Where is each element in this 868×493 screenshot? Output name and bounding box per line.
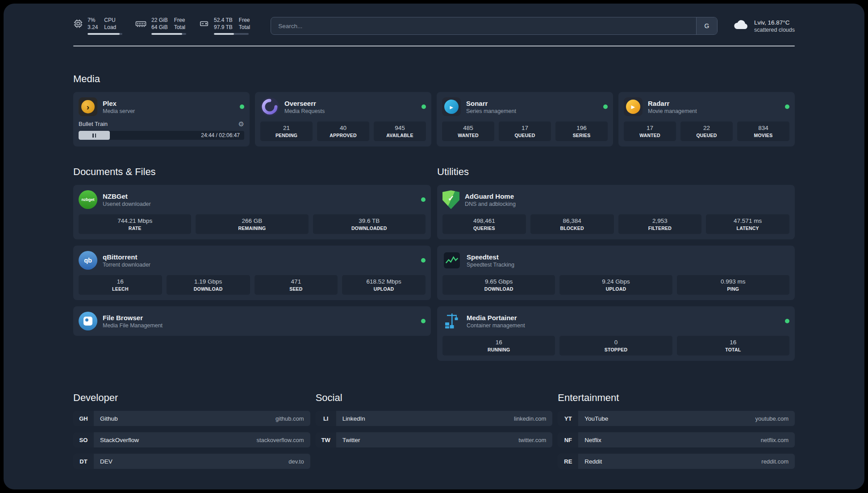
app-card-sonarr[interactable]: ▸ Sonarr Series management 485 WANTED 17 [437,92,613,146]
app-card-overseerr[interactable]: Overseerr Media Requests 21 PENDING 40 A… [255,92,431,146]
app-title-adguard: AdGuard Home [465,192,516,200]
stat-series: 196 SERIES [555,121,608,141]
bookmark-dev[interactable]: DT DEVdev.to [73,454,310,469]
sonarr-arrow-icon: ▸ [444,100,459,114]
plex-chevron-icon: › [81,100,95,113]
topbar-divider [73,46,795,46]
disk-labels: Free Total [239,17,250,31]
app-title-portainer: Media Portainer [467,314,525,322]
memory-labels: Free Total [174,17,185,31]
stat-running: 16 RUNNING [442,336,555,355]
bookmark-abbr: YT [558,411,578,426]
disk-total-label: Total [239,24,250,31]
app-card-plex[interactable]: › Plex Media server Bullet Train ⚙ [73,92,250,146]
stat-total: 16 TOTAL [677,336,789,355]
app-subtitle-filebrowser: Media File Management [103,322,163,329]
memory-progress-fill [151,33,182,35]
cloud-icon [733,19,749,33]
app-card-filebrowser[interactable]: File Browser Media File Management [73,306,431,336]
gear-icon[interactable]: ⚙ [238,121,244,127]
bookmark-linkedin[interactable]: LI LinkedInlinkedin.com [316,411,553,426]
bookmark-url: dev.to [288,458,304,465]
cpu-labels: CPU Load [104,17,116,31]
stat-latency: 47.571 ms LATENCY [706,214,789,234]
memory-progress-bar [151,33,186,35]
memory-total-value: 64 GiB [151,24,168,31]
app-title-qbittorrent: qBittorrent [103,253,150,261]
status-dot [240,104,244,109]
search-bar: G [271,17,718,35]
media-grid: › Plex Media server Bullet Train ⚙ [73,92,795,146]
bookmark-name: YouTube [584,415,608,422]
weather-condition: scattered clouds [754,27,795,33]
social-column: Social LI LinkedInlinkedin.com TW Twitte… [316,392,553,469]
weather-location: Lviv, 16.87°C [754,19,795,26]
disk-free-value: 52.4 TB [214,17,233,24]
cpu-load-label: Load [104,24,116,31]
stat-blocked: 86,384 BLOCKED [530,214,614,234]
bookmark-abbr: NF [558,432,578,447]
playback-progress-bar[interactable]: 24:44 / 02:06:47 [79,131,244,140]
speedtest-chart-icon [442,251,461,270]
memory-free-value: 22 GiB [151,17,168,24]
bookmark-url: netflix.com [761,437,789,443]
bookmark-netflix[interactable]: NF Netflixnetflix.com [558,432,795,447]
app-card-qbittorrent[interactable]: qb qBittorrent Torrent downloader 16 LEE… [73,246,431,300]
disk-total-value: 97.9 TB [214,24,233,31]
app-subtitle-portainer: Container management [467,322,525,329]
app-title-filebrowser: File Browser [103,314,163,322]
nzbget-icon: nzbget [79,190,97,209]
status-dot [603,104,608,109]
dashboard-content: 7% 3.24 CPU Load [73,4,795,469]
bookmark-url: reddit.com [761,458,789,465]
app-subtitle-adguard: DNS and adblocking [465,201,516,207]
app-subtitle-sonarr: Series management [466,108,516,114]
app-subtitle-speedtest: Speedtest Tracking [467,262,514,268]
weather-text: Lviv, 16.87°C scattered clouds [754,19,795,33]
entertainment-column: Entertainment YT YouTubeyoutube.com NF N… [558,392,795,469]
app-card-radarr[interactable]: ▶ Radarr Movie management 17 WANTED 22 [618,92,795,146]
bookmark-twitter[interactable]: TW Twittertwitter.com [316,432,553,447]
filebrowser-logo-shape [83,317,92,326]
memory-stat: 22 GiB 64 GiB Free Total [135,17,186,35]
stat-queries: 498,461 QUERIES [442,214,526,234]
status-dot [421,197,426,202]
cpu-stat: 7% 3.24 CPU Load [73,17,122,35]
bookmark-abbr: GH [73,411,94,426]
weather-widget[interactable]: Lviv, 16.87°C scattered clouds [733,19,795,33]
documents-column: Documents & Files nzbget NZBGet Usenet d… [73,166,431,361]
app-subtitle-radarr: Movie management [648,108,697,114]
memory-stat-body: 22 GiB 64 GiB Free Total [151,17,186,35]
stat-stopped: 0 STOPPED [559,336,672,355]
search-input[interactable] [271,17,696,34]
bookmark-youtube[interactable]: YT YouTubeyoutube.com [558,411,795,426]
stat-pending: 21 PENDING [260,121,313,141]
app-card-adguard[interactable]: ✓ AdGuard Home DNS and adblocking 498,46… [437,185,795,239]
utilities-column: Utilities ✓ AdGuard Home DNS and adblock… [437,166,795,361]
search-engine-button[interactable]: G [696,17,717,34]
cpu-load-value: 3.24 [88,24,98,31]
stat-upload: 618.52 Mbps UPLOAD [342,275,426,295]
disk-stat: 52.4 TB 97.9 TB Free Total [199,17,250,35]
disk-values: 52.4 TB 97.9 TB [214,17,233,31]
bookmark-stackoverflow[interactable]: SO StackOverflowstackoverflow.com [73,432,310,447]
filebrowser-icon [79,312,97,330]
bookmark-github[interactable]: GH Githubgithub.com [73,411,310,426]
memory-values: 22 GiB 64 GiB [151,17,168,31]
bookmark-reddit[interactable]: RE Redditreddit.com [558,454,795,469]
stat-seed: 471 SEED [255,275,338,295]
pause-icon[interactable] [92,134,96,138]
app-card-speedtest[interactable]: Speedtest Speedtest Tracking 9.65 Gbps D… [437,246,795,300]
disk-progress-fill [214,33,234,35]
stat-downloaded: 39.6 TB DOWNLOADED [313,214,426,234]
bookmark-name: Netflix [584,437,601,443]
bookmarks-section: Developer GH Githubgithub.com SO StackOv… [73,392,795,469]
app-card-portainer[interactable]: Media Portainer Container management 16 … [437,306,795,361]
app-card-nzbget[interactable]: nzbget NZBGet Usenet downloader 744.21 M… [73,185,431,239]
cpu-progress-fill [88,33,120,35]
dashboard-frame: 7% 3.24 CPU Load [4,4,864,489]
topbar: 7% 3.24 CPU Load [73,17,795,35]
sonarr-icon: ▸ [442,97,461,116]
radarr-play-icon: ▶ [626,100,640,114]
adguard-shield-icon: ✓ [442,190,459,209]
